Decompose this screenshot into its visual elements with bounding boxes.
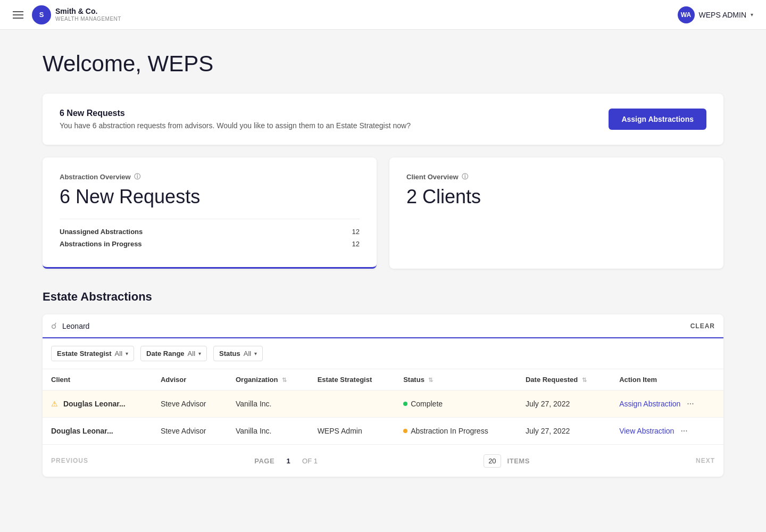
items-count: 20 [488, 457, 496, 465]
notification-title: 6 New Requests [60, 109, 411, 118]
th-advisor: Advisor [152, 369, 227, 390]
filter-estate-strategist-label: Estate Strategist [57, 350, 112, 358]
warning-icon: ⚠ [51, 400, 58, 408]
th-client: Client [43, 369, 152, 390]
filter-status-arrow: ▾ [254, 351, 257, 356]
user-menu-chevron[interactable]: ▾ [751, 12, 753, 18]
logo-area: S Smith & Co. WEALTH MANAGEMENT [32, 5, 121, 24]
logo-name: Smith & Co. [55, 7, 121, 16]
stat-row-unassigned: Unassigned Abstractions 12 [60, 228, 360, 236]
of-label: OF 1 [302, 457, 318, 465]
filter-estate-strategist[interactable]: Estate Strategist All ▾ [51, 346, 134, 361]
hamburger-menu[interactable] [13, 11, 23, 19]
filter-status[interactable]: Status All ▾ [213, 346, 263, 361]
sort-organization-icon: ⇅ [282, 377, 287, 383]
logo-icon: S [32, 5, 51, 24]
cell-strategist-2: WEPS Admin [309, 418, 395, 445]
user-avatar: WA [678, 6, 695, 23]
cell-status-1: Complete [395, 390, 517, 418]
in-progress-value: 12 [352, 240, 360, 248]
view-abstraction-link[interactable]: View Abstraction [619, 427, 674, 435]
cell-date-2: July 27, 2022 [517, 418, 611, 445]
table-row: ⚠ Douglas Leonar... Steve Advisor Vanill… [43, 390, 723, 418]
table-row: Douglas Leonar... Steve Advisor Vanilla … [43, 418, 723, 445]
user-name: WEPS ADMIN [699, 11, 746, 19]
next-button[interactable]: NEXT [696, 457, 715, 464]
cell-org-2: Vanilla Inc. [227, 418, 309, 445]
client-info-icon: ⓘ [462, 172, 468, 181]
abstractions-table: Client Advisor Organization ⇅ Estate Str… [43, 369, 723, 444]
assign-abstractions-button[interactable]: Assign Abstractions [609, 109, 706, 130]
th-estate-strategist: Estate Strategist [309, 369, 395, 390]
notification-banner: 6 New Requests You have 6 abstraction re… [43, 94, 723, 145]
row-menu-button-2[interactable]: ··· [678, 426, 689, 436]
filter-date-range[interactable]: Date Range All ▾ [140, 346, 207, 361]
filter-status-label: Status [219, 350, 240, 358]
items-per-page-select[interactable]: 20 [484, 454, 501, 468]
abstraction-overview-title: Abstraction Overview ⓘ [60, 172, 360, 181]
abstraction-info-icon: ⓘ [134, 172, 140, 181]
client-name-2: Douglas Leonar... [51, 427, 113, 435]
client-name-1: Douglas Leonar... [63, 400, 126, 408]
logo-text: Smith & Co. WEALTH MANAGEMENT [55, 7, 121, 22]
cell-action-2: View Abstraction ··· [611, 418, 723, 445]
filter-date-range-arrow: ▾ [198, 351, 201, 356]
status-label-2: Abstraction In Progress [411, 427, 488, 435]
th-date-requested: Date Requested ⇅ [517, 369, 611, 390]
filter-date-range-value: All [188, 350, 195, 358]
status-dot-in-progress [403, 429, 407, 433]
header-right: WA WEPS ADMIN ▾ [678, 6, 753, 23]
welcome-title: Welcome, WEPS [43, 51, 723, 77]
cell-client-2: Douglas Leonar... [43, 418, 152, 445]
overview-row: Abstraction Overview ⓘ 6 New Requests Un… [43, 157, 723, 269]
sort-status-icon: ⇅ [428, 377, 433, 383]
table-container: ☌ CLEAR Estate Strategist All ▾ Date Ran… [43, 314, 723, 477]
filter-estate-strategist-value: All [115, 350, 122, 358]
page-label: PAGE [254, 457, 274, 465]
abstraction-stats: Unassigned Abstractions 12 Abstractions … [60, 219, 360, 248]
pagination: PREVIOUS PAGE 1 OF 1 20 ITEMS NEXT [43, 444, 723, 477]
clear-button[interactable]: CLEAR [690, 322, 715, 330]
unassigned-value: 12 [352, 228, 360, 236]
cell-status-2: Abstraction In Progress [395, 418, 517, 445]
th-organization: Organization ⇅ [227, 369, 309, 390]
client-overview-card: Client Overview ⓘ 2 Clients [389, 157, 723, 269]
search-icon: ☌ [51, 321, 57, 331]
sort-date-icon: ⇅ [582, 377, 587, 383]
main-content: Welcome, WEPS 6 New Requests You have 6 … [0, 30, 766, 532]
cell-date-1: July 27, 2022 [517, 390, 611, 418]
filter-status-value: All [244, 350, 251, 358]
assign-abstraction-link[interactable]: Assign Abstraction [619, 400, 680, 408]
status-label-1: Complete [411, 400, 443, 408]
page-number: 1 [281, 453, 296, 468]
cell-action-1: Assign Abstraction ··· [611, 390, 723, 418]
app-header: S Smith & Co. WEALTH MANAGEMENT WA WEPS … [0, 0, 766, 30]
search-bar: ☌ CLEAR [43, 314, 723, 338]
stat-row-in-progress: Abstractions in Progress 12 [60, 240, 360, 248]
in-progress-label: Abstractions in Progress [60, 240, 142, 248]
header-left: S Smith & Co. WEALTH MANAGEMENT [13, 5, 121, 24]
filter-estate-strategist-arrow: ▾ [126, 351, 128, 356]
section-title: Estate Abstractions [43, 290, 723, 304]
items-label: ITEMS [507, 457, 530, 465]
estate-abstractions-section: Estate Abstractions ☌ CLEAR Estate Strat… [43, 290, 723, 477]
notification-text: 6 New Requests You have 6 abstraction re… [60, 109, 411, 130]
search-input[interactable] [62, 322, 685, 330]
filter-date-range-label: Date Range [146, 350, 185, 358]
cell-advisor-2: Steve Advisor [152, 418, 227, 445]
th-status: Status ⇅ [395, 369, 517, 390]
unassigned-label: Unassigned Abstractions [60, 228, 143, 236]
notification-description: You have 6 abstraction requests from adv… [60, 121, 411, 130]
filters-row: Estate Strategist All ▾ Date Range All ▾… [43, 338, 723, 369]
logo-sub: WEALTH MANAGEMENT [55, 16, 121, 22]
abstraction-overview-card: Abstraction Overview ⓘ 6 New Requests Un… [43, 157, 377, 269]
previous-button[interactable]: PREVIOUS [51, 457, 88, 464]
cell-strategist-1 [309, 390, 395, 418]
th-action-item: Action Item [611, 369, 723, 390]
row-menu-button-1[interactable]: ··· [685, 399, 696, 409]
cell-client-1: ⚠ Douglas Leonar... [43, 390, 152, 418]
abstraction-overview-count: 6 New Requests [60, 186, 360, 208]
status-dot-complete [403, 402, 407, 406]
cell-advisor-1: Steve Advisor [152, 390, 227, 418]
client-overview-count: 2 Clients [406, 186, 706, 208]
